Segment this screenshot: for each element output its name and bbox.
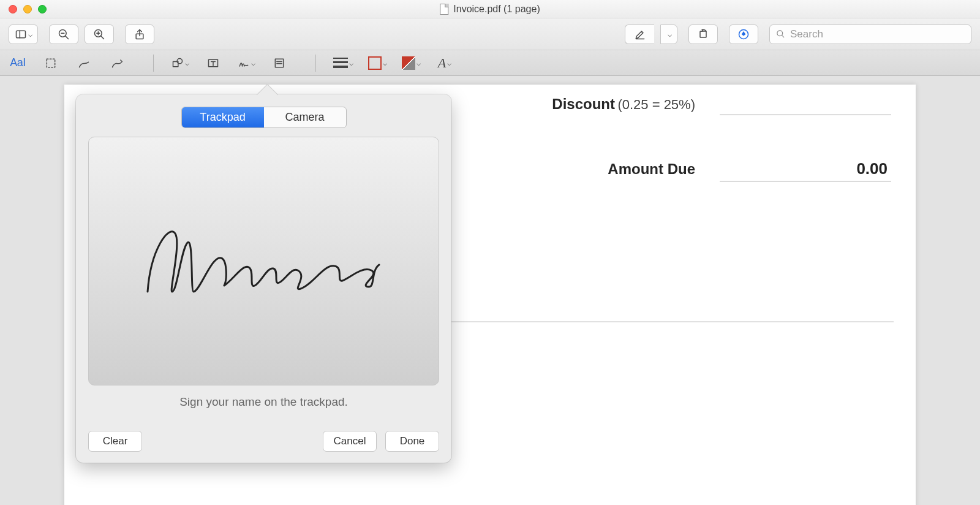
cancel-button[interactable]: Cancel: [323, 431, 377, 452]
discount-value: [720, 96, 891, 115]
chevron-down-icon: ⌵: [251, 59, 255, 67]
camera-tab[interactable]: Camera: [264, 107, 346, 127]
search-input[interactable]: Search: [769, 25, 971, 44]
note-icon: [273, 57, 285, 69]
rect-select-button[interactable]: [42, 54, 60, 72]
search-placeholder: Search: [790, 28, 823, 40]
svg-line-3: [66, 36, 69, 39]
signature-pad[interactable]: [88, 137, 439, 385]
border-weight-button[interactable]: ⌵: [333, 54, 353, 72]
highlight-style-button[interactable]: ⌵: [660, 25, 677, 44]
highlight-button[interactable]: [625, 25, 654, 44]
chevron-down-icon: ⌵: [349, 59, 353, 67]
amount-due-value: 0.00: [720, 157, 891, 181]
zoom-in-button[interactable]: [85, 25, 114, 44]
markup-button[interactable]: [729, 25, 758, 44]
signature-stroke: [135, 212, 393, 310]
note-button[interactable]: [270, 54, 288, 72]
border-color-button[interactable]: ⌵: [368, 54, 387, 72]
discount-sublabel: (0.25 = 25%): [617, 97, 695, 112]
text-box-icon: [207, 57, 219, 69]
text-box-button[interactable]: [204, 54, 222, 72]
svg-point-17: [177, 58, 182, 63]
maximize-window-button[interactable]: [38, 5, 47, 13]
signature-popover: Trackpad Camera Sign your name on the tr…: [76, 94, 451, 463]
signature-instruction: Sign your name on the trackpad.: [88, 395, 439, 409]
svg-rect-0: [16, 31, 25, 38]
signature-icon: [238, 57, 250, 69]
svg-point-13: [777, 31, 783, 36]
chevron-down-icon: ⌵: [668, 30, 672, 39]
shapes-icon: [172, 57, 184, 69]
chevron-down-icon: ⌵: [383, 59, 387, 67]
share-icon: [134, 28, 146, 40]
search-icon: [776, 29, 785, 39]
discount-label: Discount: [552, 96, 615, 112]
signature-source-tabs: Trackpad Camera: [181, 107, 347, 128]
clear-button[interactable]: Clear: [88, 431, 142, 452]
svg-rect-11: [700, 31, 706, 37]
line-weight-icon: [333, 58, 348, 68]
text-style-button[interactable]: A ⌵: [435, 54, 454, 72]
svg-line-6: [101, 36, 104, 39]
border-swatch-icon: [368, 56, 382, 70]
titlebar: Invoice.pdf (1 page): [0, 0, 980, 18]
fill-swatch-icon: [402, 56, 415, 70]
svg-line-14: [782, 35, 784, 37]
draw-icon: [111, 57, 123, 69]
sidebar-view-button[interactable]: ⌵: [9, 25, 38, 44]
window-controls: [9, 5, 47, 13]
chevron-down-icon: ⌵: [417, 59, 421, 67]
trackpad-tab[interactable]: Trackpad: [182, 107, 264, 127]
rotate-button[interactable]: [688, 25, 718, 44]
window-title: Invoice.pdf (1 page): [440, 4, 540, 15]
rotate-icon: [697, 28, 709, 40]
svg-rect-19: [275, 59, 283, 67]
chevron-down-icon: ⌵: [28, 30, 32, 39]
close-window-button[interactable]: [9, 5, 17, 13]
sign-button[interactable]: ⌵: [237, 54, 255, 72]
done-button[interactable]: Done: [385, 431, 439, 452]
chevron-down-icon: ⌵: [185, 59, 189, 67]
markup-icon: [737, 28, 750, 40]
window-title-text: Invoice.pdf (1 page): [453, 4, 540, 15]
selection-icon: [45, 57, 57, 69]
font-style-icon: A: [438, 55, 446, 71]
sketch-icon: [78, 57, 90, 69]
sidebar-icon: [15, 28, 27, 40]
zoom-out-icon: [58, 28, 70, 40]
zoom-in-icon: [93, 28, 105, 40]
draw-button[interactable]: [108, 54, 126, 72]
document-icon: [440, 4, 448, 15]
markup-toolbar: AaI ⌵ ⌵ ⌵ ⌵: [0, 50, 980, 76]
main-toolbar: ⌵ ⌵ Search: [0, 18, 980, 50]
share-button[interactable]: [125, 25, 154, 44]
chevron-down-icon: ⌵: [447, 59, 451, 67]
shapes-button[interactable]: ⌵: [171, 54, 189, 72]
sketch-button[interactable]: [75, 54, 93, 72]
highlighter-icon: [634, 28, 646, 40]
minimize-window-button[interactable]: [23, 5, 32, 13]
fill-color-button[interactable]: ⌵: [402, 54, 421, 72]
svg-rect-15: [47, 59, 55, 67]
zoom-out-button[interactable]: [49, 25, 78, 44]
text-select-button[interactable]: AaI: [9, 54, 27, 72]
amount-due-label: Amount Due: [608, 161, 695, 178]
